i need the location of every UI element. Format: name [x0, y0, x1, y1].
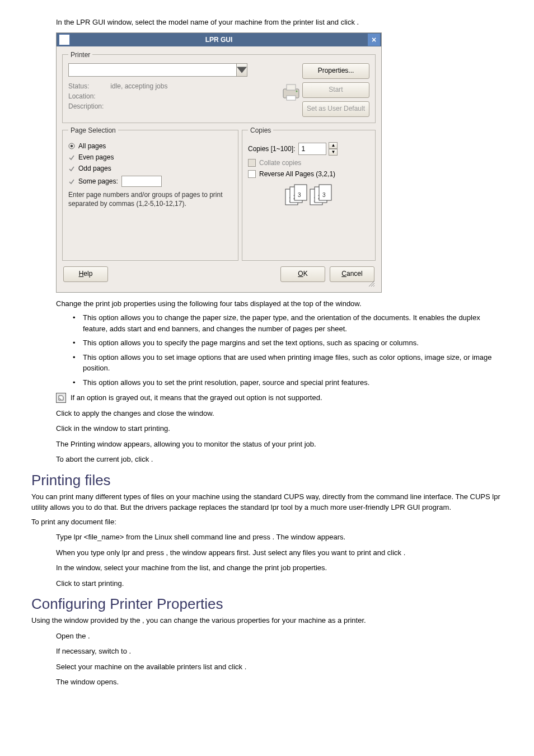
radio-odd-pages[interactable]: Odd pages	[68, 165, 232, 172]
step6-text3: To abort the current job, click .	[56, 454, 503, 465]
page-selection-group: Page Selection All pages Even pages	[62, 126, 238, 261]
properties-button[interactable]: Properties...	[302, 63, 369, 79]
checkbox-icon	[248, 159, 256, 167]
cp-step3: The window opens.	[56, 677, 503, 688]
pf-step1b: When you type only lpr and press , the w…	[56, 547, 503, 558]
ok-rest: K	[303, 270, 308, 278]
printing-files-intro: You can print many different types of fi…	[31, 491, 503, 513]
printer-legend: Printer	[68, 51, 92, 59]
help-rest: elp	[83, 270, 92, 278]
svg-rect-3	[287, 96, 296, 100]
step4-list: This option allows you to change the pap…	[73, 312, 503, 388]
reverse-checkbox[interactable]: Reverse All Pages (3,2,1)	[248, 170, 369, 178]
radio-even-pages[interactable]: Even pages	[68, 153, 232, 161]
radio-some-label: Some pages:	[78, 177, 118, 185]
close-icon[interactable]: ×	[368, 34, 380, 46]
svg-rect-2	[287, 84, 296, 90]
printing-files-intro2: To print any document file:	[31, 516, 503, 528]
window-title: LPR GUI	[70, 36, 368, 44]
printing-files-heading: Printing files	[31, 472, 503, 489]
lpr-window: LPR GUI × Printer Status:	[56, 32, 382, 293]
svg-line-21	[373, 285, 374, 287]
location-label: Location:	[68, 92, 109, 100]
step3-a: In the LPR GUI window, select the model …	[56, 18, 357, 26]
set-default-button[interactable]: Set as User Default	[302, 101, 369, 117]
step4-item-text: This option allows you to specify the pa…	[73, 337, 503, 349]
copies-legend: Copies	[248, 126, 273, 134]
window-titlebar: LPR GUI ×	[57, 33, 381, 46]
cp-step2: Select your machine on the available pri…	[56, 661, 503, 673]
radio-some-pages[interactable]: Some pages:	[68, 176, 232, 187]
pf-step3: Click to start printing.	[56, 578, 503, 589]
step3-b: .	[357, 18, 359, 26]
spin-up-icon[interactable]: ▲	[329, 142, 338, 149]
step3-text: In the LPR GUI window, select the model …	[56, 17, 503, 28]
step6-text: Click in the window to start printing.	[56, 423, 503, 434]
copies-input[interactable]	[298, 143, 326, 155]
svg-marker-0	[237, 67, 247, 73]
radio-off-icon	[68, 178, 75, 185]
cp-step1b: If necessary, switch to .	[56, 646, 503, 657]
step6-text2: The Printing window appears, allowing yo…	[56, 439, 503, 450]
ok-button[interactable]: OK	[280, 266, 325, 282]
step5-text: Click to apply the changes and close the…	[56, 408, 503, 419]
step4-note: If an option is grayed out, it means tha…	[56, 392, 503, 403]
radio-even-label: Even pages	[78, 153, 114, 161]
status-label: Status:	[68, 82, 109, 90]
spin-down-icon[interactable]: ▼	[329, 149, 338, 156]
pf-step1: Type lpr <file_name> from the Linux shel…	[56, 532, 503, 543]
collate-checkbox[interactable]: Collate copies	[248, 159, 369, 167]
description-label: Description:	[68, 102, 104, 110]
printer-icon	[280, 81, 302, 105]
step4-note-text: If an option is grayed out, it means tha…	[71, 392, 322, 403]
some-pages-input[interactable]	[121, 176, 162, 187]
help-button[interactable]: Help	[63, 266, 108, 282]
copies-group: Copies Copies [1~100]: ▲ ▼	[242, 126, 376, 261]
svg-point-6	[71, 144, 73, 147]
note-icon	[56, 393, 66, 403]
radio-odd-label: Odd pages	[78, 165, 111, 172]
step4-item-general: This option allows you to change the pap…	[73, 312, 503, 334]
printer-group: Printer Status: idle, accepting jobs	[62, 51, 376, 123]
svg-text:3: 3	[322, 192, 326, 198]
radio-selected-icon	[68, 143, 75, 149]
step4-item-graphics: This option allows you to set image opti…	[73, 352, 503, 374]
config-props-intro: Using the window provided by the , you c…	[31, 615, 503, 626]
copies-label: Copies [1~100]:	[248, 145, 295, 153]
svg-text:3: 3	[298, 192, 301, 198]
step4-lead: Change the print job properties using th…	[56, 298, 503, 309]
config-props-heading: Configuring Printer Properties	[31, 595, 503, 613]
app-icon	[59, 34, 70, 45]
reverse-label: Reverse All Pages (3,2,1)	[259, 170, 335, 178]
pf-step2: In the window, select your machine from …	[56, 562, 503, 574]
collate-label: Collate copies	[259, 159, 301, 167]
radio-off-icon	[68, 165, 75, 172]
radio-off-icon	[68, 154, 75, 161]
copies-diagram-icon: 1 2 3 1 2 3	[248, 182, 369, 210]
status-value: idle, accepting jobs	[110, 82, 167, 90]
cancel-rest: ancel	[346, 270, 363, 278]
lpr-window-figure: LPR GUI × Printer Status:	[56, 32, 503, 293]
radio-all-label: All pages	[78, 142, 106, 150]
checkbox-icon	[248, 170, 256, 178]
cp-step1: Open the .	[56, 631, 503, 642]
printer-select[interactable]	[68, 63, 247, 77]
start-button[interactable]: Start	[302, 82, 369, 98]
chevron-down-icon[interactable]	[236, 64, 247, 76]
page-selection-hint: Enter page numbers and/or groups of page…	[68, 190, 232, 209]
step4-item-device: This option allows you to set the print …	[73, 377, 503, 388]
svg-point-4	[296, 90, 298, 92]
radio-all-pages[interactable]: All pages	[68, 142, 232, 150]
page-selection-legend: Page Selection	[68, 126, 118, 134]
